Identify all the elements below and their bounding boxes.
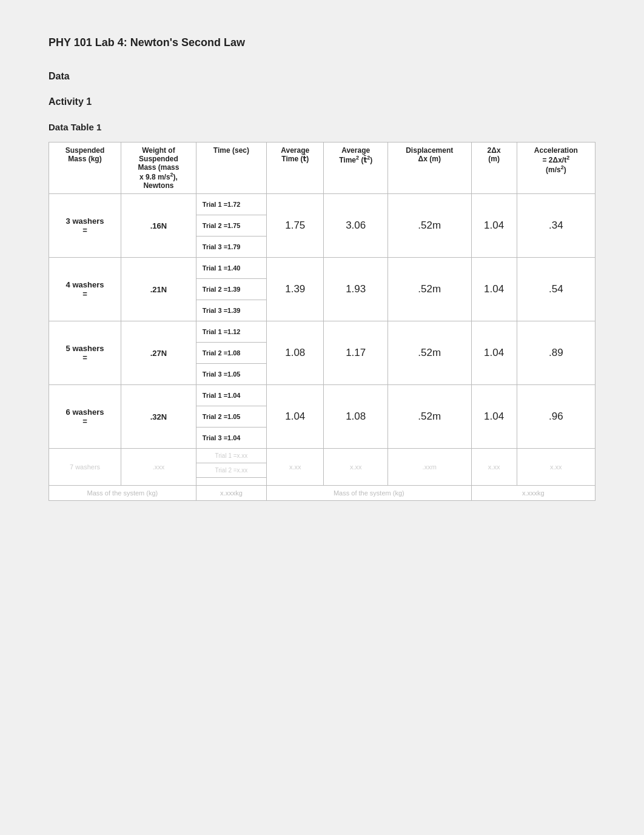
avg-time-cell: 1.75 [267,194,324,258]
weight-cell: .16N [121,194,196,258]
2dx-cell: 1.04 [471,194,517,258]
acceleration-cell: .34 [517,194,595,258]
acceleration-cell: .54 [517,258,595,321]
col-header-acceleration: Acceleration= 2Δx/t2(m/s2) [517,143,595,194]
section-data-heading: Data [49,71,595,82]
trial-2-cell: Trial 2 =1.05 [196,406,266,428]
blurred-row: 7 washers.xxxTrial 1 =x.xxx.xxx.xx.xxmx.… [49,449,595,463]
avg-time-cell: 1.08 [267,321,324,385]
col-header-time: Time (sec) [196,143,266,194]
avg-time-cell: 1.04 [267,385,324,449]
avg-time-sq-cell: 3.06 [324,194,387,258]
footer-val-left: x.xxxkg [196,486,266,501]
trial-2-cell: Trial 2 =1.08 [196,343,266,364]
col-header-displacement: DisplacementΔx (m) [387,143,471,194]
2dx-cell: 1.04 [471,321,517,385]
trial-1-cell: Trial 1 =1.40 [196,258,266,279]
footer-label-left: Mass of the system (kg) [49,486,196,501]
footer-label-right: Mass of the system (kg) [267,486,471,501]
section-activity-heading: Activity 1 [49,96,595,107]
avg-time-sq-cell: 1.93 [324,258,387,321]
trial-1-cell: Trial 1 =1.72 [196,194,266,215]
trial-3-cell: Trial 3 =1.79 [196,236,266,258]
suspended-mass-cell: 4 washers= [49,258,121,321]
suspended-mass-cell: 5 washers= [49,321,121,385]
2dx-cell: 1.04 [471,258,517,321]
table-row: 4 washers=.21NTrial 1 =1.401.391.93.52m1… [49,258,595,279]
avg-time-sq-cell: 1.17 [324,321,387,385]
suspended-mass-cell: 6 washers= [49,385,121,449]
avg-time-sq-cell: 1.08 [324,385,387,449]
acceleration-cell: .96 [517,385,595,449]
trial-3-cell: Trial 3 =1.39 [196,300,266,321]
col-header-avg-time-sq: AverageTime2 (t̄2) [324,143,387,194]
avg-time-cell: 1.39 [267,258,324,321]
displacement-cell: .52m [387,194,471,258]
weight-cell: .21N [121,258,196,321]
footer-row: Mass of the system (kg)x.xxxkgMass of th… [49,486,595,501]
weight-cell: .32N [121,385,196,449]
col-header-avg-time: AverageTime (t̄) [267,143,324,194]
page-title: PHY 101 Lab 4: Newton's Second Law [49,36,595,49]
displacement-cell: .52m [387,321,471,385]
trial-3-cell: Trial 3 =1.04 [196,428,266,449]
displacement-cell: .52m [387,258,471,321]
suspended-mass-cell: 3 washers= [49,194,121,258]
acceleration-cell: .89 [517,321,595,385]
section-table-title: Data Table 1 [49,122,595,132]
table-row: 6 washers=.32NTrial 1 =1.041.041.08.52m1… [49,385,595,406]
data-table-1: SuspendedMass (kg) Weight ofSuspendedMas… [49,142,595,501]
table-row: 3 washers=.16NTrial 1 =1.721.753.06.52m1… [49,194,595,215]
table-row: 5 washers=.27NTrial 1 =1.121.081.17.52m1… [49,321,595,343]
footer-val-right: x.xxxkg [471,486,595,501]
col-header-weight: Weight ofSuspendedMass (massx 9.8 m/s2),… [121,143,196,194]
trial-1-cell: Trial 1 =1.04 [196,385,266,406]
col-header-2dx: 2Δx(m) [471,143,517,194]
displacement-cell: .52m [387,385,471,449]
trial-3-cell: Trial 3 =1.05 [196,364,266,385]
trial-1-cell: Trial 1 =1.12 [196,321,266,343]
weight-cell: .27N [121,321,196,385]
trial-2-cell: Trial 2 =1.39 [196,279,266,300]
trial-2-cell: Trial 2 =1.75 [196,215,266,236]
col-header-suspended: SuspendedMass (kg) [49,143,121,194]
2dx-cell: 1.04 [471,385,517,449]
